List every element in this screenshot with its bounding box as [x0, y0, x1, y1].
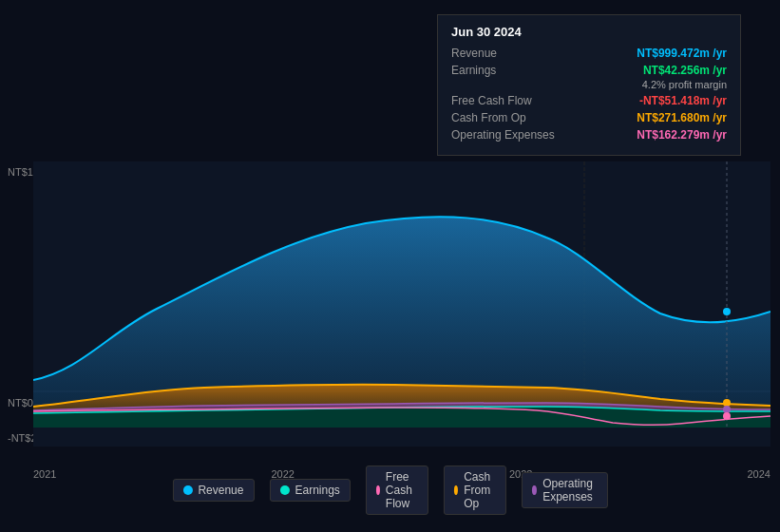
tooltip-value-revenue: NT$999.472m /yr [637, 47, 727, 60]
tooltip-value-earnings: NT$42.256m /yr [643, 64, 727, 77]
tooltip-box: Jun 30 2024 Revenue NT$999.472m /yr Earn… [437, 14, 741, 156]
tooltip-value-cfo: NT$271.680m /yr [637, 111, 727, 124]
legend-label-earnings: Earnings [295, 484, 339, 497]
x-label-2024: 2024 [748, 468, 770, 480]
chart-svg [33, 162, 770, 446]
tooltip-value-fcf: -NT$51.418m /yr [639, 94, 727, 107]
legend-cfo[interactable]: Cash From Op [444, 466, 506, 515]
legend-dot-cfo [454, 485, 458, 495]
legend-earnings[interactable]: Earnings [269, 479, 350, 502]
tooltip-row-cfo: Cash From Op NT$271.680m /yr [451, 111, 727, 124]
legend-dot-fcf [376, 485, 380, 495]
opex-dot [723, 406, 731, 413]
tooltip-label-revenue: Revenue [451, 47, 565, 60]
tooltip-row-earnings: Earnings NT$42.256m /yr [451, 64, 727, 77]
legend-label-fcf: Free Cash Flow [386, 470, 418, 510]
revenue-dot [723, 308, 731, 315]
tooltip-title: Jun 30 2024 [451, 25, 727, 39]
fcf-dot [723, 412, 731, 420]
profit-margin-label: 4.2% profit margin [451, 79, 727, 90]
tooltip-value-opex: NT$162.279m /yr [637, 128, 727, 142]
legend-opex[interactable]: Operating Expenses [522, 472, 608, 508]
legend-dot-earnings [279, 485, 289, 495]
tooltip-label-earnings: Earnings [451, 64, 565, 77]
tooltip-row-opex: Operating Expenses NT$162.279m /yr [451, 128, 727, 142]
tooltip-label-cfo: Cash From Op [451, 111, 565, 124]
tooltip-label-opex: Operating Expenses [451, 128, 565, 142]
legend-dot-opex [532, 485, 537, 495]
y-label-zero: NT$0 [8, 397, 33, 408]
chart-container: Jun 30 2024 Revenue NT$999.472m /yr Earn… [0, 0, 780, 532]
legend: Revenue Earnings Free Cash Flow Cash Fro… [172, 466, 607, 515]
legend-fcf[interactable]: Free Cash Flow [366, 466, 428, 515]
legend-label-opex: Operating Expenses [542, 477, 597, 504]
cfo-dot [723, 399, 731, 407]
legend-dot-revenue [182, 485, 192, 495]
tooltip-row-revenue: Revenue NT$999.472m /yr [451, 47, 727, 60]
tooltip-row-fcf: Free Cash Flow -NT$51.418m /yr [451, 94, 727, 107]
tooltip-label-fcf: Free Cash Flow [451, 94, 565, 107]
x-label-2021: 2021 [33, 468, 56, 480]
legend-label-revenue: Revenue [198, 484, 243, 497]
legend-label-cfo: Cash From Op [464, 470, 496, 510]
legend-revenue[interactable]: Revenue [172, 479, 254, 502]
